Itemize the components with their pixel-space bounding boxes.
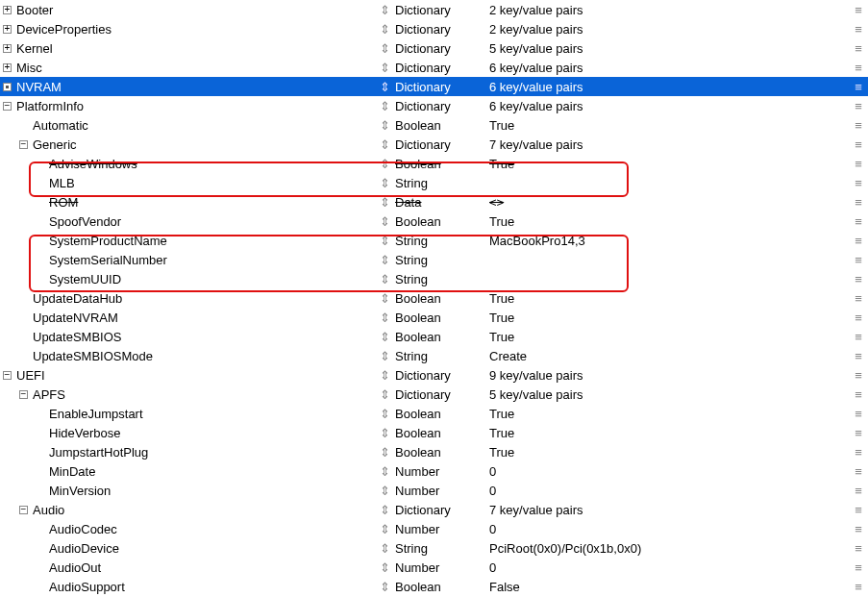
tree-row[interactable]: APFS⇕Dictionary5 key/value pairs≡ — [0, 385, 868, 404]
key-label[interactable]: DeviceProperties — [16, 22, 112, 37]
row-menu-icon[interactable]: ≡ — [849, 195, 868, 210]
type-label[interactable]: String — [395, 272, 489, 286]
sort-arrows-icon[interactable]: ⇕ — [380, 368, 389, 383]
key-label[interactable]: EnableJumpstart — [49, 407, 143, 421]
sort-arrows-icon[interactable]: ⇕ — [380, 157, 389, 171]
sort-arrows-icon[interactable]: ⇕ — [380, 118, 389, 133]
value-label[interactable]: True — [489, 291, 849, 306]
row-menu-icon[interactable]: ≡ — [849, 580, 868, 594]
key-label[interactable]: ROM — [49, 195, 78, 210]
type-label[interactable]: Dictionary — [395, 137, 489, 152]
sort-arrows-icon[interactable]: ⇕ — [380, 3, 389, 17]
sort-arrows-icon[interactable]: ⇕ — [380, 522, 389, 536]
value-label[interactable]: True — [489, 407, 849, 421]
row-menu-icon[interactable]: ≡ — [849, 445, 868, 460]
key-label[interactable]: UpdateNVRAM — [33, 311, 118, 325]
tree-row[interactable]: ROM⇕Data<>≡ — [0, 192, 868, 211]
collapse-icon[interactable] — [3, 102, 12, 111]
sort-arrows-icon[interactable]: ⇕ — [380, 349, 389, 363]
row-menu-icon[interactable]: ≡ — [849, 349, 868, 363]
tree-row[interactable]: AdviseWindows⇕BooleanTrue≡ — [0, 154, 868, 173]
tree-row[interactable]: Automatic⇕BooleanTrue≡ — [0, 115, 868, 135]
key-label[interactable]: HideVerbose — [49, 426, 120, 440]
sort-arrows-icon[interactable]: ⇕ — [380, 253, 389, 267]
type-label[interactable]: String — [395, 234, 489, 248]
type-label[interactable]: Dictionary — [395, 368, 489, 383]
key-label[interactable]: SystemUUID — [49, 272, 121, 286]
sort-arrows-icon[interactable]: ⇕ — [380, 22, 389, 37]
value-label[interactable]: True — [489, 426, 849, 440]
type-label[interactable]: String — [395, 541, 489, 556]
sort-arrows-icon[interactable]: ⇕ — [380, 41, 389, 56]
key-label[interactable]: MinDate — [49, 464, 95, 479]
type-label[interactable]: Number — [395, 560, 489, 575]
row-menu-icon[interactable]: ≡ — [849, 214, 868, 229]
type-label[interactable]: Number — [395, 522, 489, 536]
tree-row[interactable]: MinVersion⇕Number0≡ — [0, 481, 868, 500]
type-label[interactable]: Boolean — [395, 118, 489, 133]
row-menu-icon[interactable]: ≡ — [849, 291, 868, 306]
row-menu-icon[interactable]: ≡ — [849, 464, 868, 479]
key-label[interactable]: MLB — [49, 176, 75, 190]
key-label[interactable]: Generic — [33, 137, 77, 152]
type-label[interactable]: String — [395, 176, 489, 190]
type-label[interactable]: Boolean — [395, 445, 489, 460]
sort-arrows-icon[interactable]: ⇕ — [380, 99, 389, 113]
type-label[interactable]: Dictionary — [395, 61, 489, 75]
row-menu-icon[interactable]: ≡ — [849, 99, 868, 113]
tree-row[interactable]: MLB⇕String≡ — [0, 173, 868, 192]
key-label[interactable]: AdviseWindows — [49, 157, 137, 171]
type-label[interactable]: Dictionary — [395, 22, 489, 37]
tree-row[interactable]: PlatformInfo⇕Dictionary6 key/value pairs… — [0, 96, 868, 115]
key-label[interactable]: AudioSupport — [49, 580, 125, 594]
key-label[interactable]: UpdateSMBIOSMode — [33, 349, 153, 363]
type-label[interactable]: String — [395, 349, 489, 363]
value-label[interactable]: 0 — [489, 464, 849, 479]
row-menu-icon[interactable]: ≡ — [849, 22, 868, 37]
tree-row[interactable]: HideVerbose⇕BooleanTrue≡ — [0, 423, 868, 442]
sort-arrows-icon[interactable]: ⇕ — [380, 234, 389, 248]
row-menu-icon[interactable]: ≡ — [849, 253, 868, 267]
sort-arrows-icon[interactable]: ⇕ — [380, 330, 389, 344]
type-label[interactable]: Dictionary — [395, 99, 489, 113]
tree-row[interactable]: Misc⇕Dictionary6 key/value pairs≡ — [0, 58, 868, 77]
value-label[interactable]: Create — [489, 349, 849, 363]
type-label[interactable]: Boolean — [395, 407, 489, 421]
tree-row[interactable]: EnableJumpstart⇕BooleanTrue≡ — [0, 404, 868, 423]
row-menu-icon[interactable]: ≡ — [849, 541, 868, 556]
sort-arrows-icon[interactable]: ⇕ — [380, 407, 389, 421]
value-label[interactable]: True — [489, 214, 849, 229]
sort-arrows-icon[interactable]: ⇕ — [380, 560, 389, 575]
sort-arrows-icon[interactable]: ⇕ — [380, 445, 389, 460]
row-menu-icon[interactable]: ≡ — [849, 426, 868, 440]
key-label[interactable]: AudioCodec — [49, 522, 117, 536]
type-label[interactable]: Boolean — [395, 330, 489, 344]
type-label[interactable]: Boolean — [395, 311, 489, 325]
tree-row[interactable]: UEFI⇕Dictionary9 key/value pairs≡ — [0, 365, 868, 385]
sort-arrows-icon[interactable]: ⇕ — [380, 176, 389, 190]
type-label[interactable]: Number — [395, 484, 489, 498]
sort-arrows-icon[interactable]: ⇕ — [380, 484, 389, 498]
key-label[interactable]: SystemProductName — [49, 234, 167, 248]
sort-arrows-icon[interactable]: ⇕ — [380, 61, 389, 75]
type-label[interactable]: String — [395, 253, 489, 267]
tree-row[interactable]: UpdateNVRAM⇕BooleanTrue≡ — [0, 308, 868, 327]
tree-row[interactable]: AudioDevice⇕StringPciRoot(0x0)/Pci(0x1b,… — [0, 538, 868, 558]
sort-arrows-icon[interactable]: ⇕ — [380, 195, 389, 210]
sort-arrows-icon[interactable]: ⇕ — [380, 426, 389, 440]
key-label[interactable]: UpdateDataHub — [33, 291, 122, 306]
row-menu-icon[interactable]: ≡ — [849, 387, 868, 402]
value-label[interactable]: 5 key/value pairs — [489, 387, 849, 402]
value-label[interactable]: True — [489, 157, 849, 171]
value-label[interactable]: True — [489, 445, 849, 460]
expand-icon[interactable] — [3, 25, 12, 34]
row-menu-icon[interactable]: ≡ — [849, 118, 868, 133]
tree-row[interactable]: SystemUUID⇕String≡ — [0, 269, 868, 288]
key-label[interactable]: Booter — [16, 3, 53, 17]
sort-arrows-icon[interactable]: ⇕ — [380, 311, 389, 325]
row-menu-icon[interactable]: ≡ — [849, 503, 868, 517]
expand-icon[interactable] — [3, 63, 12, 72]
key-label[interactable]: Kernel — [16, 41, 53, 56]
row-menu-icon[interactable]: ≡ — [849, 272, 868, 286]
collapse-icon[interactable] — [3, 371, 12, 380]
